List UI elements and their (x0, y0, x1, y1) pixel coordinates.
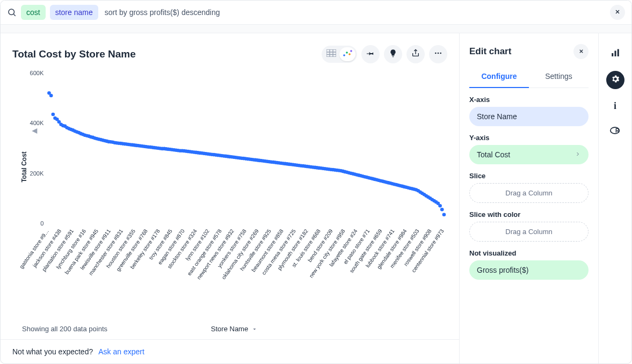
rail-info-button[interactable]: i (606, 97, 624, 115)
pin-icon (366, 49, 375, 60)
chevron-down-icon (251, 326, 258, 332)
y-axis-pill[interactable]: Total Cost (469, 145, 589, 164)
not-visualized-pill-label: Gross profits($) (477, 266, 528, 274)
svg-text:R: R (615, 128, 620, 134)
slice-color-drop-target[interactable]: Drag a Column (469, 222, 589, 242)
edit-panel-tabs: Configure Settings (469, 67, 589, 88)
svg-line-1 (13, 14, 15, 16)
more-button[interactable] (429, 45, 447, 63)
svg-point-22 (49, 94, 53, 98)
not-visualized-label: Not visualized (469, 249, 589, 257)
svg-text:200K: 200K (30, 170, 45, 177)
y-axis-field-label: Y-axis (469, 134, 589, 142)
lightbulb-icon (389, 49, 397, 60)
svg-point-218 (438, 204, 442, 208)
close-icon (578, 47, 584, 56)
more-icon (434, 49, 442, 60)
y-axis-title: Total Cost (20, 151, 28, 183)
close-edit-panel-button[interactable] (573, 44, 589, 59)
rail-chart-button[interactable] (606, 45, 624, 63)
svg-rect-256 (612, 53, 613, 56)
edit-chart-title: Edit chart (469, 46, 511, 57)
svg-point-16 (440, 53, 441, 54)
search-bar[interactable]: cost store name sort by gross profits($)… (1, 1, 631, 25)
chart-point-count: Showing all 200 data points (22, 325, 107, 333)
svg-point-23 (51, 113, 55, 117)
svg-text:600K: 600K (30, 70, 45, 76)
x-axis-selector-label: Store Name (211, 325, 248, 333)
svg-rect-257 (614, 51, 616, 57)
svg-rect-258 (617, 49, 619, 57)
slice-color-field-label: Slice with color (469, 210, 589, 219)
share-icon (411, 49, 420, 60)
svg-point-12 (350, 50, 352, 52)
close-icon (614, 8, 621, 17)
clear-search-button[interactable] (610, 5, 625, 20)
tab-configure[interactable]: Configure (469, 67, 529, 88)
pin-button[interactable] (361, 45, 380, 63)
svg-point-15 (438, 53, 439, 54)
ask-expert-link[interactable]: Ask an expert (98, 347, 144, 356)
insight-button[interactable] (384, 45, 402, 63)
chart-view-toggle[interactable] (339, 47, 355, 61)
svg-point-11 (348, 53, 351, 55)
svg-point-220 (442, 213, 446, 216)
y-axis-scroll-indicator (32, 128, 37, 134)
tab-settings[interactable]: Settings (529, 67, 589, 88)
chart-icon (343, 49, 352, 59)
x-axis-selector[interactable]: Store Name (211, 325, 258, 333)
y-axis-pill-label: Total Cost (477, 150, 510, 159)
chart-title: Total Cost by Store Name (12, 48, 136, 60)
svg-point-10 (346, 52, 348, 54)
svg-rect-4 (326, 49, 336, 57)
bar-chart-icon (611, 48, 620, 60)
svg-point-14 (435, 53, 437, 54)
chart-plot[interactable]: Total Cost 0200K400K600K gastonia store … (17, 68, 449, 293)
search-chip-cost[interactable]: cost (21, 5, 46, 20)
slice-drop-target[interactable]: Drag a Column (469, 183, 589, 203)
chevron-right-icon (575, 150, 581, 159)
svg-text:400K: 400K (30, 120, 45, 126)
r-icon: R (610, 126, 621, 137)
table-view-toggle[interactable] (323, 47, 339, 61)
edit-chart-panel: Edit chart Configure Settings X-axis Sto… (460, 33, 598, 363)
right-rail: i R (598, 33, 631, 363)
info-icon: i (614, 100, 616, 112)
rail-r-button[interactable]: R (606, 122, 624, 141)
not-visualized-pill[interactable]: Gross profits($) (469, 260, 589, 280)
x-axis-pill[interactable]: Store Name (469, 107, 589, 126)
chart-toolbar (322, 45, 447, 63)
svg-point-219 (440, 208, 444, 212)
view-toggle (322, 46, 357, 63)
x-axis-pill-label: Store Name (477, 112, 517, 121)
slice-field-label: Slice (469, 172, 589, 180)
svg-text:0: 0 (40, 220, 43, 227)
svg-point-0 (9, 9, 14, 15)
gear-icon (611, 74, 620, 86)
share-button[interactable] (406, 45, 425, 63)
svg-point-9 (343, 54, 345, 56)
search-icon (7, 8, 17, 17)
x-axis-field-label: X-axis (469, 96, 589, 104)
search-chip-store-name[interactable]: store name (50, 5, 98, 20)
search-sort-text[interactable]: sort by gross profits($) descending (103, 8, 220, 17)
rail-settings-button[interactable] (606, 71, 624, 89)
expect-question: Not what you expected? (12, 347, 93, 356)
table-icon (326, 49, 336, 59)
